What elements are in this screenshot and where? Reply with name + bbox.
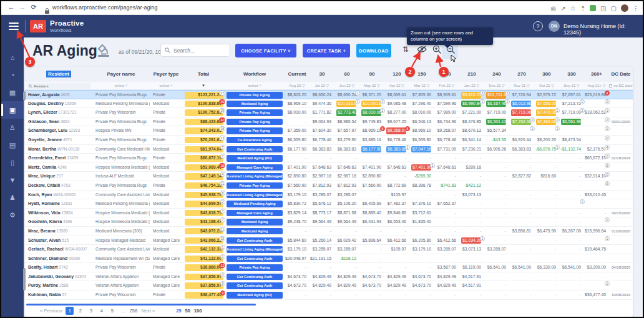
- aging-cell[interactable]: $6,778.46: [310, 136, 334, 145]
- aging-cell[interactable]: $9,085.48: [384, 99, 409, 109]
- aging-cell[interactable]: $6,778.46: [434, 136, 459, 145]
- aging-cell[interactable]: -: [384, 154, 409, 163]
- aging-cell[interactable]: -: [484, 181, 509, 191]
- page-button-2[interactable]: 2: [76, 307, 84, 315]
- browser-cast-icon[interactable]: ⇡: [580, 5, 585, 12]
- aging-cell[interactable]: $7,657.97: [334, 126, 359, 136]
- aging-cell[interactable]: $7,648.63: [310, 163, 334, 172]
- aging-cell[interactable]: -: [584, 272, 609, 282]
- aging-cell[interactable]: $8,772.69: [384, 181, 409, 191]
- page-button-...[interactable]: ...: [119, 307, 127, 315]
- date-filter-aug-22[interactable]: Aug 22 ▽: [285, 82, 310, 90]
- aging-cell[interactable]: $7,697.61: [559, 91, 584, 100]
- aging-cell[interactable]: $18,062.621: [584, 108, 609, 117]
- aging-cell[interactable]: -: [584, 199, 609, 209]
- aging-cell[interactable]: -: [509, 217, 534, 227]
- total-cell[interactable]: $123,221.2927: [182, 91, 225, 100]
- aging-cell[interactable]: $7,230.21: [459, 145, 484, 154]
- aging-cell[interactable]: 1: [584, 281, 609, 291]
- aging-cell[interactable]: $9,846.85: [384, 209, 409, 218]
- aging-cell[interactable]: $6,267.00: [559, 227, 584, 236]
- aging-cell[interactable]: $816.60: [534, 172, 559, 181]
- aging-cell[interactable]: $4,829.49: [384, 272, 409, 282]
- page-size-100[interactable]: 100: [194, 308, 202, 314]
- aging-cell[interactable]: $4,673.70: [409, 281, 434, 291]
- aging-cell[interactable]: $3,279.90: [334, 136, 359, 145]
- aging-cell[interactable]: $8,010.00: [409, 108, 434, 117]
- aging-cell[interactable]: -: [384, 263, 409, 272]
- total-cell[interactable]: $61,974.047: [182, 145, 225, 154]
- column-header-210[interactable]: 210: [459, 67, 484, 82]
- search-input[interactable]: [173, 45, 228, 56]
- aging-cell[interactable]: -: [434, 191, 459, 200]
- aging-cell[interactable]: 1: [584, 126, 609, 136]
- aging-cell[interactable]: $6,330.00: [534, 263, 559, 272]
- aging-cell[interactable]: $6,905.26: [484, 145, 509, 154]
- browser-menu-icon[interactable]: ⋮: [633, 5, 639, 12]
- aging-cell[interactable]: -: [459, 209, 484, 218]
- aging-cell[interactable]: $6,383.83: [509, 145, 534, 154]
- aging-cell[interactable]: -: [359, 263, 384, 272]
- hamburger-menu-icon[interactable]: [9, 22, 19, 30]
- aging-cell[interactable]: $7,762.062: [509, 117, 534, 127]
- browser-bookmark-icon[interactable]: ☆: [570, 5, 576, 12]
- aging-cell[interactable]: -: [359, 227, 384, 236]
- aging-cell[interactable]: -: [534, 254, 559, 264]
- aging-cell[interactable]: -: [459, 227, 484, 236]
- aging-cell[interactable]: -: [534, 154, 559, 163]
- aging-cell[interactable]: $3,829.14: [285, 209, 310, 218]
- aging-cell[interactable]: -: [359, 154, 384, 163]
- aging-cell[interactable]: $6,559.80: [285, 136, 310, 145]
- aging-cell[interactable]: $3,285.07: [484, 245, 509, 254]
- aging-cell[interactable]: -: [484, 191, 509, 200]
- aging-cell[interactable]: -: [509, 191, 534, 200]
- aging-cell[interactable]: -: [285, 117, 310, 127]
- aging-cell[interactable]: -: [285, 263, 310, 272]
- aging-cell[interactable]: $7,599.96: [434, 99, 459, 109]
- browser-tab-icon[interactable]: ▢: [611, 5, 617, 12]
- workflow-button[interactable]: Get Continuing Auth: [227, 256, 283, 262]
- table-row[interactable]: Schamberger, Lulu 12393Hospice Private M…: [25, 126, 633, 136]
- date-filter-feb-22[interactable]: Feb 22 ▽: [434, 82, 459, 90]
- aging-cell[interactable]: $6,561.96: [559, 117, 584, 127]
- aging-cell[interactable]: -: [310, 154, 334, 163]
- aging-cell[interactable]: $6,501.13: [484, 117, 509, 127]
- aging-cell[interactable]: -: [334, 154, 359, 163]
- aging-cell[interactable]: -: [359, 291, 384, 300]
- aging-cell[interactable]: -: [534, 291, 559, 300]
- table-row[interactable]: Deckow, Citlalli 4753Private Pay Minneso…: [25, 181, 633, 191]
- aging-cell[interactable]: -: [509, 199, 534, 209]
- extension-icon[interactable]: [590, 5, 596, 11]
- aging-cell[interactable]: $2,827.82: [509, 172, 534, 181]
- aging-cell[interactable]: $6,734.96: [434, 117, 459, 127]
- aging-cell[interactable]: -: [559, 163, 584, 172]
- aging-cell[interactable]: $8,871.58: [334, 209, 359, 218]
- aging-cell[interactable]: -: [559, 181, 584, 191]
- table-row[interactable]: Goyette, Jeanne 4971Private Pay Minnesot…: [25, 136, 633, 145]
- sort-icon[interactable]: ⇅: [400, 45, 411, 56]
- aging-cell[interactable]: $4,673.70: [409, 272, 434, 282]
- aging-cell[interactable]: $6,383.83: [310, 145, 334, 154]
- aging-cell[interactable]: $21,191.15: [310, 254, 334, 264]
- sidebar-item-residents[interactable]: ♙: [1, 119, 24, 136]
- workflow-button[interactable]: Medicaid Aging (NJ): [227, 292, 283, 299]
- aging-cell[interactable]: $7,731.09: [434, 145, 459, 154]
- aging-cell[interactable]: -: [384, 227, 409, 236]
- aging-cell[interactable]: -: [384, 254, 409, 264]
- aging-cell[interactable]: -: [559, 209, 584, 218]
- aging-cell[interactable]: $6,177.90: [359, 145, 384, 154]
- aging-cell[interactable]: $8,909.61: [434, 91, 459, 100]
- table-row[interactable]: Morar, Bertha WPN-00128Community Care Me…: [25, 145, 633, 154]
- table-row[interactable]: Douglas, Destiny 13559Medicaid Pending-M…: [25, 99, 633, 109]
- zoom-in-icon[interactable]: [431, 45, 442, 56]
- total-cell[interactable]: $45,938.798: [182, 191, 225, 200]
- resident-filter-field[interactable]: [34, 84, 77, 88]
- aging-cell[interactable]: -: [434, 172, 459, 181]
- aging-cell[interactable]: -: [534, 217, 559, 227]
- column-header-total[interactable]: Total: [182, 67, 225, 82]
- aging-cell[interactable]: $4,517.91: [459, 281, 484, 291]
- aging-cell[interactable]: $5,830.72: [285, 199, 310, 209]
- aging-cell[interactable]: $6,177.90: [285, 145, 310, 154]
- column-header-60[interactable]: 60: [334, 67, 359, 82]
- workflow-button[interactable]: Medicaid Aging (NJ): [227, 155, 283, 162]
